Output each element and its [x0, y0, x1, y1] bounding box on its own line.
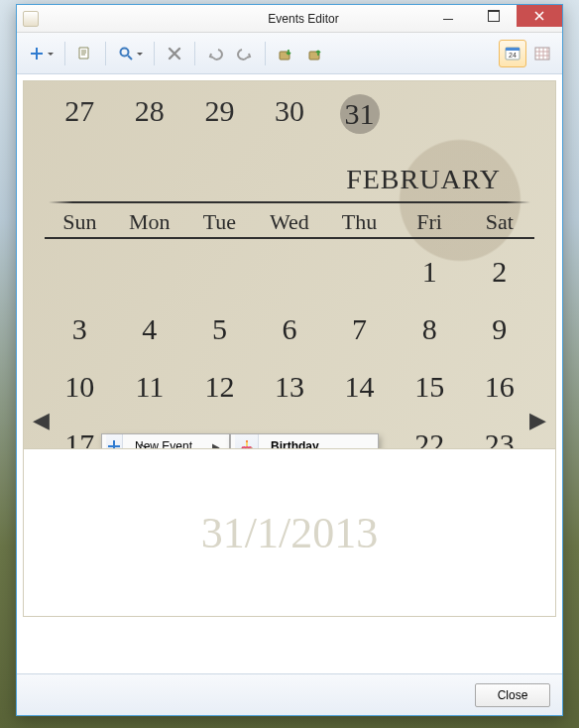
prev-month-button[interactable]: ◀	[33, 408, 50, 433]
edit-icon	[77, 46, 93, 61]
import-button[interactable]	[272, 40, 299, 67]
redo-button[interactable]	[231, 40, 259, 67]
day-cell[interactable]: 3	[45, 312, 115, 346]
day-cell[interactable]: 2	[464, 255, 534, 289]
next-month-button[interactable]: ▶	[529, 408, 546, 433]
grid-icon	[534, 46, 550, 61]
close-button[interactable]: Close	[475, 683, 550, 707]
trailing-day-cell[interactable]: 30	[255, 94, 325, 134]
day-cell[interactable]: 15	[395, 370, 465, 404]
selected-date-panel: 31/1/2013	[23, 448, 556, 617]
day-cell[interactable]: 12	[184, 370, 255, 404]
svg-text:24: 24	[509, 52, 517, 59]
redo-icon	[237, 46, 253, 61]
titlebar: Events Editor	[17, 5, 562, 33]
weekday-header: Thu	[324, 209, 395, 239]
edit-button[interactable]	[71, 40, 99, 67]
day-cell[interactable]: 13	[255, 370, 325, 404]
day-cell[interactable]: 10	[45, 370, 115, 404]
day-cell[interactable]: 5	[184, 312, 255, 346]
month-label: FEBRUARY	[45, 164, 534, 195]
weekday-header: Wed	[255, 209, 325, 239]
zoom-button[interactable]	[112, 40, 148, 67]
trailing-day-cell[interactable]: 31	[324, 94, 395, 134]
weekday-header: Sat	[464, 209, 534, 239]
calendar-panel: 2728293031 FEBRUARY SunMonTueWedThuFriSa…	[17, 74, 562, 623]
plus-icon	[29, 46, 45, 61]
day-cell[interactable]: 16	[464, 370, 534, 404]
day-cell[interactable]: 9	[464, 312, 534, 346]
svg-point-0	[121, 48, 129, 56]
magnifier-icon	[118, 46, 134, 61]
day-cell[interactable]: 4	[115, 312, 185, 346]
add-event-button[interactable]	[23, 40, 58, 67]
separator	[64, 42, 65, 65]
x-icon	[167, 46, 182, 61]
trailing-day-cell[interactable]: 27	[45, 94, 115, 134]
close-button-label: Close	[498, 688, 528, 702]
separator	[194, 42, 195, 65]
day-cell[interactable]: 1	[395, 255, 465, 289]
dialog-button-bar: Close	[17, 673, 562, 715]
calendar-icon: 24	[505, 46, 521, 61]
view-list-button[interactable]	[528, 40, 556, 67]
selected-date-display: 31/1/2013	[201, 508, 378, 558]
svg-rect-4	[506, 48, 520, 51]
app-icon	[23, 11, 39, 27]
divider	[49, 201, 530, 203]
trailing-day-cell[interactable]: 28	[115, 94, 185, 134]
day-cell[interactable]: 14	[324, 370, 395, 404]
day-cell[interactable]: 6	[255, 312, 325, 346]
window-close-button[interactable]	[517, 5, 562, 27]
weekday-header: Sun	[45, 209, 115, 239]
view-calendar-button[interactable]: 24	[499, 40, 526, 67]
separator	[265, 42, 266, 65]
weekday-header: Fri	[395, 209, 465, 239]
undo-button[interactable]	[201, 40, 229, 67]
day-cell[interactable]: 7	[324, 312, 395, 346]
toolbar: 24	[17, 33, 562, 74]
separator	[154, 42, 155, 65]
minimize-button[interactable]	[425, 5, 471, 27]
day-cell[interactable]: 11	[115, 370, 185, 404]
day-cell[interactable]: 8	[395, 312, 465, 346]
trailing-day-cell[interactable]: 29	[184, 94, 255, 134]
svg-point-8	[246, 440, 248, 442]
window-controls	[425, 5, 562, 27]
weekday-header-row: SunMonTueWedThuFriSat	[45, 209, 534, 239]
separator	[105, 42, 106, 65]
trailing-days-row: 2728293031	[45, 94, 534, 134]
import-icon	[278, 46, 293, 61]
svg-rect-7	[246, 442, 248, 446]
maximize-button[interactable]	[471, 5, 517, 27]
events-editor-window: Events Editor	[16, 4, 563, 716]
weekday-header: Mon	[115, 209, 185, 239]
weekday-header: Tue	[184, 209, 255, 239]
export-icon	[307, 46, 323, 61]
delete-button[interactable]	[161, 40, 188, 67]
close-icon	[533, 10, 545, 22]
undo-icon	[207, 46, 223, 61]
export-button[interactable]	[301, 40, 329, 67]
